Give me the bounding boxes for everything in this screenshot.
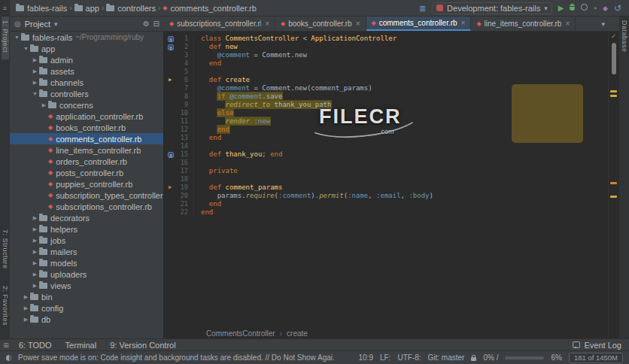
gutter[interactable]: B1 (164, 35, 194, 43)
tree-item[interactable]: ▶mailers (10, 246, 163, 257)
code-line[interactable]: 21 end (164, 200, 608, 208)
code-line[interactable]: 4 end (164, 59, 608, 68)
tree-item[interactable]: ◆comments_controller.rb (10, 133, 163, 144)
line-number[interactable]: 11 (176, 117, 188, 126)
tree-item[interactable]: ▼app (10, 43, 163, 54)
editor-tab[interactable]: ◆comments_controller.rb× (366, 17, 472, 31)
project-panel-title[interactable]: Project (25, 20, 50, 29)
tree-chevron-icon[interactable]: ▶ (22, 294, 30, 300)
gutter[interactable]: 22 (164, 208, 194, 217)
gutter[interactable]: 11 (164, 117, 194, 126)
gutter[interactable]: B15 (164, 150, 194, 159)
gutter[interactable]: 17 (164, 167, 194, 175)
bookmark-icon[interactable]: B (168, 152, 174, 158)
stripe-mark[interactable] (610, 95, 617, 97)
tree-item[interactable]: ▼fables-rails~/Programming/ruby (10, 32, 163, 43)
tree-chevron-icon[interactable]: ▶ (22, 305, 30, 311)
line-number[interactable]: 18 (176, 175, 188, 184)
close-icon[interactable]: × (356, 20, 360, 28)
event-log-button[interactable]: Event Log (573, 341, 629, 350)
debug-button[interactable] (570, 4, 575, 12)
code-line[interactable]: B15 def thank_you; end (164, 150, 608, 159)
tree-item[interactable]: ▶db (10, 314, 163, 325)
code-line[interactable]: 3 @comment = Comment.new (164, 51, 608, 59)
stripe-mark[interactable] (610, 90, 617, 93)
gutter[interactable]: 8 (164, 93, 194, 101)
app-menu-icon[interactable]: ≡ (0, 0, 10, 16)
breadcrumb-item[interactable]: CommentsController (206, 329, 275, 338)
tree-chevron-icon[interactable]: ▶ (31, 238, 39, 244)
error-stripe[interactable]: ✓ (608, 32, 619, 338)
line-number[interactable]: 3 (176, 51, 188, 59)
tree-item[interactable]: ◆puppies_controller.rb (10, 178, 163, 190)
tree-item[interactable]: ◆orders_controller.rb (10, 156, 163, 167)
tree-item[interactable]: ▶assets (10, 65, 163, 77)
code-line[interactable]: 9 redirect_to thank_you_path (164, 101, 608, 109)
breadcrumb-item[interactable]: fables-rails (16, 4, 67, 13)
tree-item[interactable]: ▶jobs (10, 235, 163, 246)
line-number[interactable]: 20 (176, 192, 188, 200)
code-line[interactable]: 13 end (164, 134, 608, 142)
tree-item[interactable]: ▶models (10, 257, 163, 268)
gutter[interactable]: 7 (164, 84, 194, 93)
stripe-mark[interactable] (610, 196, 617, 198)
git-branch-indicator[interactable]: Git: master (428, 353, 465, 362)
encoding-indicator[interactable]: UTF-8: (397, 353, 421, 362)
line-number[interactable]: 8 (176, 93, 188, 101)
line-number[interactable]: 1 (176, 35, 188, 43)
tree-chevron-icon[interactable]: ▶ (31, 271, 39, 278)
tool-button-version-control[interactable]: 9: Version Control (103, 339, 182, 350)
tree-chevron-icon[interactable]: ▼ (13, 35, 21, 40)
recent-files-icon[interactable]: ≣ (419, 5, 426, 12)
code-line[interactable]: ▶6 def create (164, 76, 608, 84)
line-number[interactable]: 14 (176, 142, 188, 150)
editor-tab[interactable]: ◆subscriptions_controller.rb× (164, 17, 275, 31)
gutter[interactable]: 10 (164, 109, 194, 117)
run-button[interactable]: ▶ (558, 5, 564, 12)
gutter[interactable]: B2 (164, 43, 194, 51)
line-number[interactable]: 2 (176, 43, 188, 51)
tree-chevron-icon[interactable]: ▶ (31, 57, 39, 63)
line-number[interactable]: 13 (176, 134, 188, 142)
tool-button-terminal[interactable]: Terminal (59, 339, 104, 350)
tree-chevron-icon[interactable]: ▶ (31, 68, 39, 74)
tree-item[interactable]: ◆books_controller.rb (10, 122, 163, 133)
tree-item[interactable]: ▶uploaders (10, 268, 163, 280)
line-number[interactable]: 6 (176, 76, 188, 84)
cursor-position[interactable]: 10:9 (358, 353, 372, 362)
gutter[interactable]: ▶6 (164, 76, 194, 84)
breadcrumb-item[interactable]: ◆comments_controller.rb (163, 4, 256, 13)
gutter[interactable]: 3 (164, 51, 194, 59)
tool-button-favorites[interactable]: 2: Favorites (2, 282, 9, 332)
hidden-tabs-icon[interactable]: ▾ (598, 17, 608, 31)
line-number[interactable]: 10 (176, 109, 188, 117)
collapse-icon[interactable]: ⊟ (153, 20, 160, 28)
gutter[interactable]: 21 (164, 200, 194, 208)
code-line[interactable]: 7 @comment = Comment.new(comment_params) (164, 84, 608, 93)
tree-chevron-icon[interactable]: ▶ (40, 102, 48, 108)
tool-button-project[interactable]: 1: Project (2, 17, 9, 59)
tree-item[interactable]: ▶helpers (10, 223, 163, 235)
gutter[interactable]: ▶19 (164, 184, 194, 192)
tree-chevron-icon[interactable]: ▶ (31, 80, 39, 86)
tree-item[interactable]: ◆posts_controller.rb (10, 167, 163, 178)
marker-icon[interactable]: ▶ (166, 184, 174, 191)
tree-item[interactable]: ▼controllers (10, 88, 163, 99)
line-number[interactable]: 7 (176, 84, 188, 93)
stop-button[interactable]: ▪ (594, 5, 597, 12)
tree-chevron-icon[interactable]: ▶ (31, 249, 39, 255)
close-icon[interactable]: × (565, 20, 570, 28)
tree-item[interactable]: ▶concerns (10, 99, 163, 111)
code-line[interactable]: 10 else (164, 109, 608, 117)
code-line[interactable]: 18 (164, 175, 608, 184)
gutter[interactable]: 16 (164, 159, 194, 167)
gutter[interactable]: 12 (164, 126, 194, 134)
code-line[interactable]: 20 params.require(:comment).permit(:name… (164, 192, 608, 200)
code-line[interactable]: 5 (164, 68, 608, 76)
power-save-icon[interactable] (6, 355, 12, 361)
code-line[interactable]: ▶19 def comment_params (164, 184, 608, 192)
breadcrumb-item[interactable]: controllers (106, 4, 156, 13)
tree-item[interactable]: ◆line_items_controller.rb (10, 144, 163, 156)
code-line[interactable]: 17 private (164, 167, 608, 175)
memory-indicator[interactable]: 181 of 1450M (569, 353, 623, 363)
